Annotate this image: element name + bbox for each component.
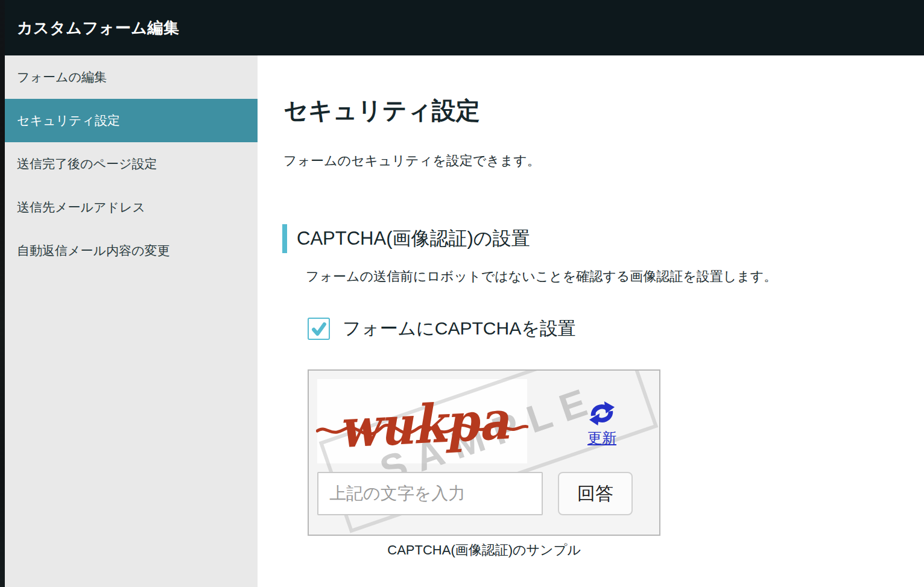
captcha-section-heading: CAPTCHA(画像認証)の設置 — [282, 224, 530, 253]
captcha-refresh: 更新 — [580, 401, 624, 448]
section-accent-bar — [282, 224, 287, 253]
svg-text:wukpa: wukpa — [337, 389, 511, 460]
sidebar-item-2[interactable]: 送信完了後のページ設定 — [5, 142, 258, 186]
page-title: セキュリティ設定 — [283, 94, 480, 127]
captcha-section-description: フォームの送信前にロボットではないことを確認する画像認証を設置します。 — [306, 268, 777, 286]
custom-form-editor-panel: カスタムフォーム編集 フォームの編集 セキュリティ設定 送信完了後のページ設定 … — [5, 0, 924, 587]
captcha-enable-row: フォームにCAPTCHAを設置 — [308, 316, 576, 341]
captcha-enable-label: フォームにCAPTCHAを設置 — [343, 316, 576, 341]
captcha-distorted-text: wukpa — [316, 381, 528, 461]
sidebar-item-label: 送信完了後のページ設定 — [17, 155, 157, 172]
sidebar-item-0[interactable]: フォームの編集 — [5, 55, 258, 99]
sidebar-item-label: 自動返信メール内容の変更 — [17, 242, 169, 259]
panel-title: カスタムフォーム編集 — [17, 17, 179, 39]
page-description: フォームのセキュリティを設定できます。 — [283, 152, 540, 170]
checkmark-icon — [310, 320, 328, 338]
section-title: CAPTCHA(画像認証)の設置 — [297, 226, 530, 251]
sidebar-item-1[interactable]: セキュリティ設定 — [5, 99, 258, 142]
sidebar-nav: フォームの編集 セキュリティ設定 送信完了後のページ設定 送信先メールアドレス … — [5, 55, 258, 587]
refresh-icon[interactable] — [588, 401, 616, 426]
sidebar-item-label: フォームの編集 — [17, 69, 107, 86]
captcha-sample-box: SAMPLE wukpa 更新 回答 — [308, 369, 660, 536]
sidebar-item-4[interactable]: 自動返信メール内容の変更 — [5, 229, 258, 272]
captcha-sample-caption: CAPTCHA(画像認証)のサンプル — [308, 541, 660, 559]
captcha-enable-checkbox[interactable] — [308, 318, 330, 340]
captcha-answer-input[interactable] — [317, 472, 543, 515]
captcha-answer-button[interactable]: 回答 — [558, 472, 633, 515]
sidebar-item-3[interactable]: 送信先メールアドレス — [5, 186, 258, 229]
sidebar-item-label: セキュリティ設定 — [17, 112, 120, 129]
main-content: セキュリティ設定 フォームのセキュリティを設定できます。 CAPTCHA(画像認… — [258, 55, 924, 587]
sidebar-item-label: 送信先メールアドレス — [17, 199, 145, 216]
panel-header: カスタムフォーム編集 — [5, 0, 924, 55]
refresh-link[interactable]: 更新 — [587, 428, 616, 448]
